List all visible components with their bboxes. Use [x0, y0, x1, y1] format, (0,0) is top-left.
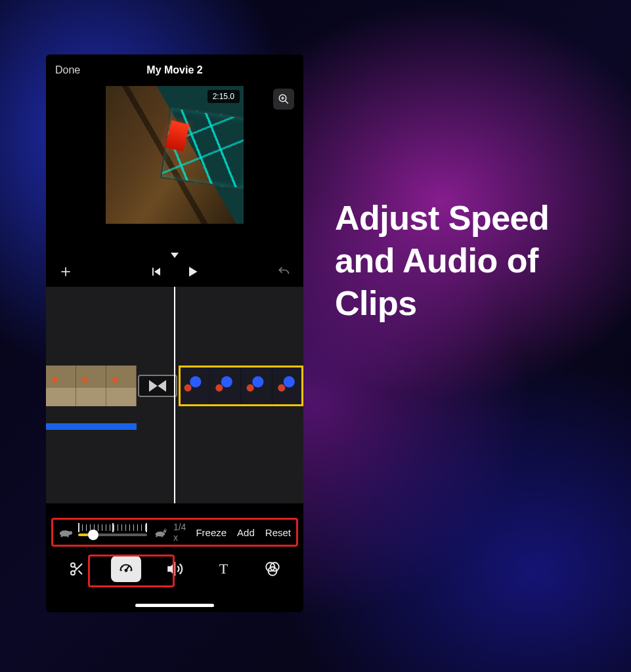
play-button[interactable]: [186, 265, 199, 278]
skip-back-icon: [150, 266, 162, 278]
hare-icon: [152, 527, 167, 537]
freeze-button[interactable]: Freeze: [196, 527, 227, 538]
filters-tool[interactable]: [257, 556, 288, 582]
speed-slider[interactable]: [78, 524, 147, 540]
undo-icon: [277, 265, 290, 278]
plus-icon: [59, 265, 72, 278]
svg-point-19: [71, 571, 75, 575]
imovie-app-frame: Done My Movie 2 2:15.0: [46, 54, 303, 612]
timeline[interactable]: T: [46, 287, 303, 503]
play-icon: [186, 265, 199, 278]
home-indicator[interactable]: [135, 604, 214, 607]
svg-marker-8: [189, 267, 198, 277]
titles-tool[interactable]: T: [208, 556, 238, 582]
video-preview[interactable]: 2:15.0: [106, 86, 244, 224]
clip-2-selected[interactable]: T: [179, 366, 303, 406]
svg-marker-9: [150, 381, 156, 390]
add-media-button[interactable]: [59, 265, 72, 278]
scissors-icon: [69, 561, 85, 577]
reset-speed-button[interactable]: Reset: [265, 527, 291, 538]
headline-text: Adjust Speed and Audio of Clips: [335, 197, 611, 325]
project-title: My Movie 2: [46, 64, 303, 76]
svg-line-21: [79, 571, 83, 575]
transition-icon: [148, 380, 167, 392]
playhead-marker-icon: [171, 253, 179, 258]
tortoise-icon: [58, 527, 73, 537]
svg-rect-17: [162, 536, 163, 537]
timecode-badge: 2:15.0: [207, 90, 240, 103]
cut-tool[interactable]: [62, 556, 92, 582]
speed-slider-knob[interactable]: [88, 530, 98, 540]
svg-rect-14: [67, 536, 69, 537]
svg-marker-10: [159, 381, 165, 390]
speed-tool-selected[interactable]: [111, 556, 141, 582]
add-speed-range-button[interactable]: Add: [237, 527, 255, 538]
speed-multiplier-label: 1/4 x: [173, 522, 191, 543]
edit-tools-bar: T: [46, 552, 303, 586]
app-header: Done My Movie 2: [46, 54, 303, 86]
transport-bar: [46, 257, 303, 287]
speed-controls-highlight: 1/4 x Freeze Add Reset: [51, 518, 298, 547]
svg-point-18: [71, 563, 75, 567]
svg-line-22: [74, 566, 77, 569]
audio-track[interactable]: [46, 423, 137, 430]
rewind-button[interactable]: [150, 266, 162, 278]
filters-icon: [264, 560, 281, 578]
svg-marker-28: [168, 563, 175, 574]
svg-rect-6: [152, 268, 154, 276]
svg-rect-13: [61, 536, 63, 537]
clip-1[interactable]: [46, 366, 137, 406]
preview-area: 2:15.0: [46, 86, 303, 257]
speedometer-icon: [118, 560, 135, 578]
svg-point-24: [125, 570, 127, 572]
undo-button[interactable]: [277, 265, 290, 278]
playhead[interactable]: [174, 287, 175, 503]
svg-line-27: [121, 566, 122, 567]
volume-tool[interactable]: [160, 556, 190, 582]
svg-rect-16: [156, 536, 157, 537]
volume-icon: [166, 560, 183, 578]
svg-point-12: [69, 531, 73, 535]
magnifier-plus-icon: [278, 93, 290, 105]
svg-marker-7: [154, 268, 160, 276]
zoom-button[interactable]: [273, 89, 294, 110]
svg-line-1: [285, 100, 288, 104]
transition-button[interactable]: [138, 375, 177, 397]
